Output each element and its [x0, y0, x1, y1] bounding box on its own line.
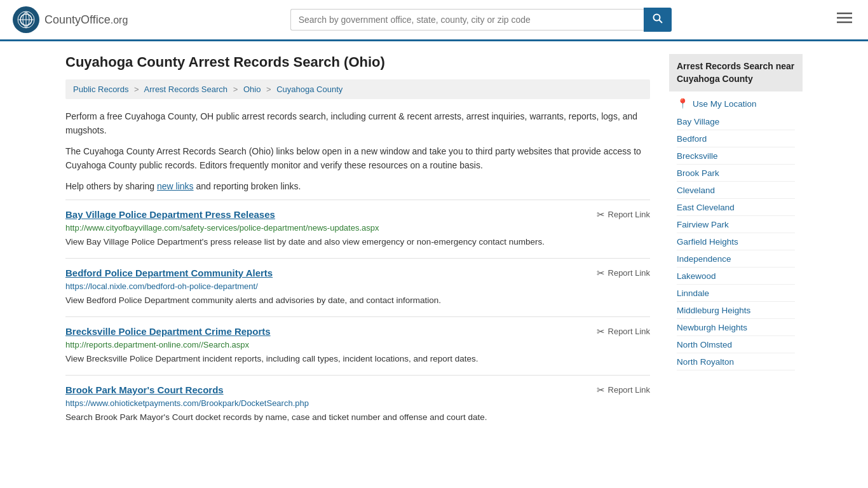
sidebar-link-cleveland[interactable]: Cleveland [677, 186, 715, 195]
record-url: https://www.ohioticketpayments.com/Brook… [65, 398, 650, 408]
use-my-location-link[interactable]: Use My Location [693, 99, 757, 109]
list-item: Cleveland [677, 182, 795, 199]
content-area: Cuyahoga County Arrest Records Search (O… [65, 54, 650, 431]
svg-line-6 [659, 20, 662, 24]
record-title-row: Bedford Police Department Community Aler… [65, 268, 650, 279]
report-link-button[interactable]: ✂ Report Link [597, 209, 650, 220]
list-item: North Olmsted [677, 336, 795, 353]
sidebar-link-linndale[interactable]: Linndale [677, 288, 709, 298]
logo-text: CountyOffice.org [44, 13, 128, 27]
report-link-button[interactable]: ✂ Report Link [597, 384, 650, 396]
report-link-button[interactable]: ✂ Report Link [597, 326, 650, 337]
report-icon: ✂ [597, 268, 605, 279]
list-item: Bedford [677, 130, 795, 147]
sidebar: Arrest Records Search near Cuyahoga Coun… [669, 54, 803, 431]
sidebar-link-garfield-heights[interactable]: Garfield Heights [677, 237, 738, 247]
breadcrumb-sep-3: > [266, 85, 271, 94]
new-links-link[interactable]: new links [157, 181, 194, 191]
report-label: Report Link [608, 268, 650, 278]
list-item: Independence [677, 250, 795, 268]
sidebar-link-middleburg-heights[interactable]: Middleburg Heights [677, 306, 750, 315]
sidebar-link-newburgh-heights[interactable]: Newburgh Heights [677, 323, 747, 332]
sidebar-link-brook-park[interactable]: Brook Park [677, 168, 719, 178]
record-title-row: Brook Park Mayor's Court Records ✂ Repor… [65, 384, 650, 396]
sidebar-use-location: 📍 Use My Location [669, 92, 803, 113]
record-title-link[interactable]: Bay Village Police Department Press Rele… [65, 209, 275, 220]
search-button[interactable] [644, 8, 672, 32]
svg-point-5 [653, 15, 660, 21]
intro-section: Perform a free Cuyahoga County, OH publi… [65, 109, 650, 193]
sidebar-link-fairview-park[interactable]: Fairview Park [677, 220, 729, 229]
search-icon [653, 13, 663, 24]
hamburger-icon [837, 11, 852, 24]
list-item: Garfield Heights [677, 233, 795, 250]
location-pin-icon: 📍 [677, 98, 689, 109]
record-url-link[interactable]: http://reports.department-online.com//Se… [65, 340, 249, 349]
record-item: Brecksville Police Department Crime Repo… [65, 316, 650, 372]
logo-icon [13, 6, 39, 33]
breadcrumb-arrest-records[interactable]: Arrest Records Search [144, 85, 228, 94]
record-title-row: Bay Village Police Department Press Rele… [65, 209, 650, 220]
list-item: Newburgh Heights [677, 319, 795, 336]
record-url: http://www.cityofbayvillage.com/safety-s… [65, 223, 650, 233]
sidebar-link-independence[interactable]: Independence [677, 254, 731, 264]
page-title: Cuyahoga County Arrest Records Search (O… [65, 54, 650, 71]
record-title-link[interactable]: Brook Park Mayor's Court Records [65, 384, 224, 395]
sidebar-title: Arrest Records Search near Cuyahoga Coun… [669, 54, 803, 92]
sidebar-link-bay-village[interactable]: Bay Village [677, 117, 719, 126]
record-url-link[interactable]: https://www.ohioticketpayments.com/Brook… [65, 398, 309, 408]
report-label: Report Link [608, 385, 650, 395]
intro-p3: Help others by sharing new links and rep… [65, 179, 650, 193]
header-right [834, 8, 855, 31]
record-item: Brook Park Mayor's Court Records ✂ Repor… [65, 375, 650, 431]
breadcrumb-sep-1: > [134, 85, 139, 94]
record-url: http://reports.department-online.com//Se… [65, 340, 650, 349]
list-item: Lakewood [677, 268, 795, 285]
sidebar-link-lakewood[interactable]: Lakewood [677, 271, 716, 281]
record-title-row: Brecksville Police Department Crime Repo… [65, 326, 650, 337]
list-item: Brook Park [677, 165, 795, 182]
breadcrumb-public-records[interactable]: Public Records [73, 85, 128, 94]
sidebar-link-east-cleveland[interactable]: East Cleveland [677, 203, 735, 212]
record-item: Bedford Police Department Community Aler… [65, 258, 650, 314]
sidebar-link-brecksville[interactable]: Brecksville [677, 151, 718, 161]
logo-area: CountyOffice.org [13, 6, 128, 33]
list-item: Brecksville [677, 147, 795, 165]
intro-p3-after: and reporting broken links. [194, 181, 301, 191]
search-area [290, 8, 672, 32]
hamburger-menu-button[interactable] [834, 8, 855, 31]
record-description: View Bay Village Police Department's pre… [65, 236, 650, 249]
breadcrumb-sep-2: > [233, 85, 238, 94]
breadcrumb: Public Records > Arrest Records Search >… [65, 79, 650, 99]
record-item: Bay Village Police Department Press Rele… [65, 200, 650, 255]
report-icon: ✂ [597, 209, 605, 220]
list-item: Linndale [677, 285, 795, 302]
list-item: North Royalton [677, 353, 795, 370]
records-list: Bay Village Police Department Press Rele… [65, 200, 650, 431]
report-label: Report Link [608, 327, 650, 336]
record-url-link[interactable]: https://local.nixle.com/bedford-oh-polic… [65, 281, 258, 291]
record-description: Search Brook Park Mayor's Court docket r… [65, 411, 650, 424]
record-url-link[interactable]: http://www.cityofbayvillage.com/safety-s… [65, 223, 379, 233]
sidebar-link-north-olmsted[interactable]: North Olmsted [677, 340, 732, 349]
list-item: Bay Village [677, 113, 795, 130]
report-icon: ✂ [597, 326, 605, 337]
sidebar-links-list: Bay Village Bedford Brecksville Brook Pa… [669, 113, 803, 370]
sidebar-link-bedford[interactable]: Bedford [677, 134, 707, 144]
breadcrumb-cuyahoga[interactable]: Cuyahoga County [276, 85, 342, 94]
record-description: View Brecksville Police Department incid… [65, 353, 650, 366]
report-link-button[interactable]: ✂ Report Link [597, 268, 650, 279]
breadcrumb-ohio[interactable]: Ohio [243, 85, 261, 94]
search-input[interactable] [290, 9, 644, 30]
record-title-link[interactable]: Brecksville Police Department Crime Repo… [65, 326, 271, 337]
intro-p2: The Cuyahoga County Arrest Records Searc… [65, 144, 650, 173]
sidebar-link-north-royalton[interactable]: North Royalton [677, 357, 734, 367]
report-label: Report Link [608, 210, 650, 219]
list-item: Middleburg Heights [677, 302, 795, 319]
intro-p3-before: Help others by sharing [65, 181, 157, 191]
record-url: https://local.nixle.com/bedford-oh-polic… [65, 281, 650, 291]
intro-p1: Perform a free Cuyahoga County, OH publi… [65, 109, 650, 138]
report-icon: ✂ [597, 384, 605, 396]
record-title-link[interactable]: Bedford Police Department Community Aler… [65, 268, 273, 278]
list-item: East Cleveland [677, 199, 795, 216]
